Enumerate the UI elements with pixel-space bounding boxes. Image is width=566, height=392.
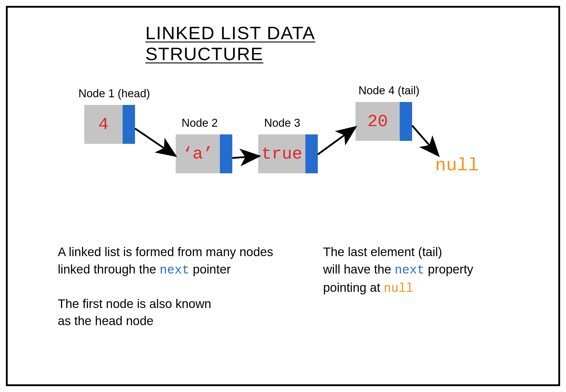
description-left: A linked list is formed from many nodes … [58, 243, 300, 330]
arrow-icon [135, 129, 174, 155]
text-line: will have the next property [323, 261, 529, 279]
text-line: A linked list is formed from many nodes [58, 243, 300, 261]
keyword-null: null [384, 281, 414, 296]
text-line: linked through the next pointer [58, 261, 300, 279]
text: A linked list is formed from many nodes [58, 245, 273, 259]
text: will have the [323, 262, 395, 276]
diagram-frame: LINKED LIST DATA STRUCTURE Node 1 (head)… [6, 6, 560, 386]
text: property [424, 262, 473, 276]
linked-list-diagram: Node 1 (head) 4 Node 2 ‘a’ Node 3 true N… [8, 78, 558, 196]
text: linked through the [58, 262, 160, 276]
arrow-icon [412, 126, 437, 154]
text-line: The last element (tail) [323, 243, 529, 261]
text: The last element (tail) [323, 245, 442, 259]
text: as the head node [58, 314, 154, 328]
text-line: pointing at null [323, 279, 529, 297]
arrow-icon [318, 128, 354, 154]
arrows-layer [8, 78, 562, 196]
keyword-next: next [160, 263, 190, 277]
text-line: The first node is also known [58, 295, 300, 313]
keyword-next: next [395, 263, 424, 277]
text: pointer [189, 262, 231, 276]
spacer [58, 279, 300, 295]
text: The first node is also known [58, 297, 211, 311]
text-line: as the head node [58, 312, 300, 330]
description-right: The last element (tail) will have the ne… [323, 243, 529, 297]
page-title: LINKED LIST DATA STRUCTURE [145, 22, 421, 64]
text: pointing at [323, 281, 384, 294]
arrow-icon [232, 156, 258, 158]
